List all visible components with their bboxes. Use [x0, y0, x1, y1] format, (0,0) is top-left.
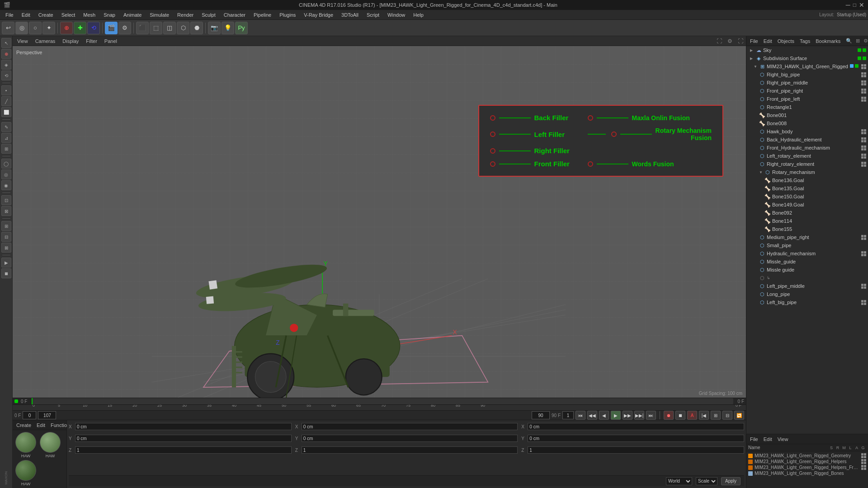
- tree-item-bone155[interactable]: 🦴 Bone155: [746, 225, 868, 233]
- light-button[interactable]: 💡: [222, 22, 234, 34]
- menu-plugins[interactable]: Plugins: [276, 11, 299, 19]
- attr-item-helpers-freeze[interactable]: MIM23_HAWK_Light_Green_Rigged_Helpers_Fr…: [748, 465, 866, 470]
- vp-expand-icon[interactable]: ⛶: [717, 38, 722, 44]
- menu-character[interactable]: Character: [220, 11, 249, 19]
- vp-panel-menu[interactable]: Panel: [103, 38, 119, 44]
- scale-select[interactable]: Scale: [696, 477, 717, 485]
- lt-select[interactable]: ↖: [1, 38, 11, 48]
- menu-animate[interactable]: Animate: [120, 11, 145, 19]
- rp-objects-menu[interactable]: Objects: [776, 38, 796, 44]
- tree-item-right-big-pipe[interactable]: ⬡ Right_big_pipe: [746, 70, 868, 79]
- tree-item-mim23[interactable]: ⊞ MIM23_HAWK_Light_Green_Rigged: [746, 62, 868, 70]
- tree-item-missle-guide2[interactable]: ⬡ Missle guide: [746, 266, 868, 274]
- menu-simulate[interactable]: Simulate: [146, 11, 173, 19]
- tree-item-rotary-mechanism[interactable]: ⬡ Rotary_mechanism: [746, 168, 868, 176]
- rp-filter-icon[interactable]: ⊞: [856, 38, 860, 44]
- lt-rotate[interactable]: ⟲: [1, 70, 11, 80]
- tree-item-missle-guide1[interactable]: ⬡ Missle_guide: [746, 258, 868, 266]
- cache-button[interactable]: ⊞: [711, 411, 721, 420]
- array-button[interactable]: ⬛: [136, 22, 149, 34]
- rotate-button[interactable]: ⟲: [87, 22, 100, 34]
- x-pos-input[interactable]: [75, 423, 292, 430]
- tree-item-front-hydraulic[interactable]: ⬡ Front_Hydraulic_mechanism: [746, 144, 868, 152]
- tree-item-bone114[interactable]: 🦴 Bone114: [746, 217, 868, 225]
- lt-view1[interactable]: ⊞: [1, 221, 11, 231]
- attr-view-menu[interactable]: View: [776, 436, 790, 442]
- cloner-button[interactable]: ◫: [163, 22, 176, 34]
- rp-tags-menu[interactable]: Tags: [798, 38, 812, 44]
- play-button[interactable]: ▶: [611, 411, 621, 420]
- tree-item-hydraulic-mech[interactable]: ⬡ Hydraulic_mechanism: [746, 249, 868, 258]
- lt-view2[interactable]: ⊟: [1, 232, 11, 242]
- lt-tool3[interactable]: ⊞: [1, 144, 11, 154]
- tree-item-left-pipe-middle[interactable]: ⬡ Left_pipe_middle: [746, 282, 868, 290]
- menu-mesh[interactable]: Mesh: [80, 11, 99, 19]
- object-tree[interactable]: ☁ Sky ◈ Subdivision Surface: [746, 46, 868, 434]
- rp-edit-menu[interactable]: Edit: [762, 38, 774, 44]
- lt-move[interactable]: ⊕: [1, 49, 11, 59]
- menu-render[interactable]: Render: [174, 11, 197, 19]
- next-key-button[interactable]: ▶▶|: [634, 411, 644, 420]
- python-button[interactable]: Py: [235, 22, 248, 34]
- tree-item-bone150[interactable]: 🦴 Bone150.Goal: [746, 192, 868, 201]
- lt-point[interactable]: •: [1, 85, 11, 95]
- mat-create-btn[interactable]: Create: [14, 422, 33, 428]
- select-freeform-button[interactable]: ✦: [42, 22, 55, 34]
- lt-scale[interactable]: ◈: [1, 60, 11, 70]
- close-icon[interactable]: ✕: [859, 1, 864, 9]
- stop-button[interactable]: ⏹: [675, 411, 685, 420]
- tree-item-hawk-body[interactable]: ⬡ Hawk_body: [746, 127, 868, 136]
- record-button[interactable]: ⏺: [664, 411, 674, 420]
- keyframe-input[interactable]: [23, 411, 36, 419]
- attr-edit-menu[interactable]: Edit: [762, 436, 774, 442]
- frame-input-val[interactable]: [38, 411, 56, 419]
- scale-button[interactable]: ✚: [74, 22, 86, 34]
- menu-select[interactable]: Select: [58, 11, 79, 19]
- minimize-icon[interactable]: ─: [846, 1, 850, 9]
- lt-sculpt2[interactable]: ◎: [1, 169, 11, 179]
- y-scl-input[interactable]: [302, 446, 518, 454]
- vp-settings-icon[interactable]: ⚙: [727, 38, 732, 44]
- y-rot-input[interactable]: [302, 435, 518, 442]
- attr-item-bones[interactable]: MIM23_HAWK_Light_Green_Rigged_Bones: [748, 471, 866, 476]
- rp-bookmarks-menu[interactable]: Bookmarks: [814, 38, 842, 44]
- maximize-icon[interactable]: □: [853, 2, 856, 8]
- select-live-button[interactable]: ◎: [15, 22, 28, 34]
- z-rot-input[interactable]: [528, 435, 744, 442]
- z-scl-input[interactable]: [528, 446, 744, 454]
- menu-script[interactable]: Script: [363, 11, 383, 19]
- lt-view3[interactable]: ⊠: [1, 243, 11, 253]
- z-pos-input[interactable]: [528, 423, 744, 430]
- rp-search-icon[interactable]: 🔍: [846, 38, 852, 44]
- tree-item-small-pipe[interactable]: ⬡ Small_pipe: [746, 241, 868, 249]
- menu-window[interactable]: Window: [384, 11, 409, 19]
- menu-sculpt[interactable]: Sculpt: [198, 11, 219, 19]
- rp-settings-icon[interactable]: ⚙: [863, 38, 868, 44]
- viewport[interactable]: Perspective: [13, 46, 746, 398]
- world-select[interactable]: World Local Camera: [666, 477, 692, 485]
- material-1[interactable]: HAW: [14, 432, 37, 458]
- jump-start-button[interactable]: ⏮: [576, 411, 585, 420]
- tree-item-sky[interactable]: ☁ Sky: [746, 46, 868, 54]
- vp-view-menu[interactable]: View: [15, 38, 30, 44]
- x-scl-input[interactable]: [75, 446, 292, 454]
- menu-3dtoall[interactable]: 3DToAll: [338, 11, 362, 19]
- tree-item-long-pipe[interactable]: ⬡ Long_pipe: [746, 290, 868, 298]
- attr-file-menu[interactable]: File: [748, 436, 760, 442]
- menu-snap[interactable]: Snap: [100, 11, 119, 19]
- tree-item-right-pipe-middle[interactable]: ⬡ Right_pipe_middle: [746, 79, 868, 87]
- menu-help[interactable]: Help: [410, 11, 427, 19]
- tree-item-bone001[interactable]: 🦴 Bone001: [746, 111, 868, 119]
- tree-item-bone008[interactable]: 🦴 Bone008: [746, 119, 868, 127]
- lt-poly[interactable]: ⬜: [1, 107, 11, 117]
- select-circle-button[interactable]: ○: [29, 22, 42, 34]
- lt-snap2[interactable]: ⊠: [1, 206, 11, 216]
- lt-edge[interactable]: ╱: [1, 96, 11, 106]
- prev-key-button[interactable]: ◀◀: [587, 411, 597, 420]
- frame-end-input[interactable]: [532, 411, 550, 419]
- tree-item-extra[interactable]: ⬡ ↳: [746, 274, 868, 282]
- tree-item-front-pipe-right[interactable]: ⬡ Front_pipe_right: [746, 87, 868, 95]
- motion-button[interactable]: ⊟: [722, 411, 732, 420]
- tree-item-bone149[interactable]: 🦴 Bone149.Goal: [746, 201, 868, 209]
- render-button[interactable]: 🎬: [105, 22, 118, 34]
